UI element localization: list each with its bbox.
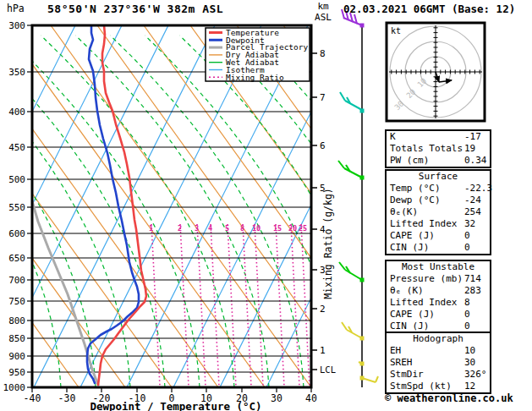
- stat-label: EH: [390, 345, 401, 356]
- wind-barb: [339, 262, 365, 282]
- wind-barb: [359, 362, 365, 366]
- stat-value: 0: [464, 230, 470, 242]
- wind-barb: [340, 92, 365, 113]
- wind-barb: [338, 161, 365, 180]
- stat-value: 326°: [464, 369, 487, 381]
- svg-text:800: 800: [8, 315, 25, 326]
- stat-value: -24: [464, 195, 481, 206]
- altitude-unit-km: km: [310, 1, 337, 12]
- most-unstable-box-title: Most Unstable: [387, 261, 490, 273]
- table-row: CIN (J)0: [387, 242, 490, 254]
- svg-text:600: 600: [8, 228, 25, 239]
- stat-label: Temp (°C): [390, 183, 441, 194]
- svg-text:1: 1: [149, 224, 153, 233]
- stat-value: 32: [464, 218, 475, 230]
- svg-text:400: 400: [8, 107, 25, 118]
- svg-text:900: 900: [8, 351, 25, 362]
- stat-value: 30: [464, 357, 475, 369]
- stat-value: 12: [464, 381, 475, 392]
- svg-text:-40: -40: [24, 392, 41, 404]
- stat-value: 10: [464, 345, 475, 357]
- stat-label: CIN (J): [390, 321, 429, 332]
- svg-text:5: 5: [225, 224, 229, 233]
- svg-text:550: 550: [8, 202, 25, 213]
- svg-text:6: 6: [320, 140, 326, 151]
- table-row: K-17: [387, 131, 490, 143]
- stat-label: SREH: [390, 357, 413, 368]
- mixing-ratio-labels: 12345810152025Mixing Ratio (g/kg): [149, 188, 334, 299]
- svg-text:40: 40: [305, 392, 317, 404]
- stat-value: -17: [464, 131, 481, 143]
- hodograph-plot: 102030kt: [387, 23, 485, 121]
- hodograph-stats-box: Hodograph EH10 SREH30 StmDir326° StmSpd …: [385, 332, 491, 394]
- stat-value: 0.34: [464, 155, 487, 167]
- svg-text:950: 950: [8, 367, 25, 378]
- svg-text:25: 25: [299, 224, 307, 233]
- svg-text:750: 750: [8, 296, 25, 307]
- pressure-unit-label: hPa: [7, 3, 25, 14]
- table-row: Lifted Index32: [387, 218, 490, 230]
- mixing-ratio-axis-label: Mixing Ratio (g/kg): [322, 188, 334, 299]
- svg-text:1: 1: [320, 345, 326, 356]
- stat-value: -22.3: [464, 183, 492, 195]
- svg-text:4: 4: [208, 224, 212, 233]
- svg-text:-30: -30: [58, 392, 76, 404]
- surface-box-title: Surface: [387, 171, 490, 183]
- table-row: PW (cm)0.34: [387, 155, 490, 167]
- table-row: EH10: [387, 345, 490, 357]
- stat-label: Lifted Index: [390, 218, 457, 229]
- svg-text:20: 20: [288, 224, 297, 233]
- table-row: θₑ (K)283: [387, 285, 490, 297]
- table-row: Totals Totals19: [387, 143, 490, 155]
- svg-text:1000: 1000: [3, 382, 26, 393]
- temperature-axis: -40-30-20-10010203040Dewpoint / Temperat…: [24, 388, 317, 411]
- stat-label: CIN (J): [390, 242, 429, 253]
- svg-text:15: 15: [273, 224, 282, 233]
- pressure-axis: 3003504004505005506006507007508008509009…: [3, 20, 33, 393]
- temperature-curve: [98, 25, 146, 385]
- table-row: Temp (°C)-22.3: [387, 183, 490, 195]
- svg-text:450: 450: [8, 142, 25, 153]
- svg-text:850: 850: [8, 333, 25, 344]
- stat-value: 254: [464, 206, 481, 218]
- svg-text:10: 10: [252, 224, 261, 233]
- stat-value: 0: [464, 309, 470, 321]
- wind-barb-column: [338, 9, 378, 387]
- altitude-axis-unit: km ASL: [310, 1, 337, 23]
- svg-text:30: 30: [271, 392, 282, 404]
- most-unstable-box: Most Unstable Pressure (mb)714 θₑ (K)283…: [385, 260, 491, 334]
- stat-label: StmDir: [390, 369, 424, 380]
- svg-text:500: 500: [8, 174, 25, 185]
- table-row: StmSpd (kt)12: [387, 381, 490, 392]
- svg-text:2: 2: [178, 224, 182, 233]
- svg-text:3: 3: [195, 224, 199, 233]
- svg-text:350: 350: [8, 67, 25, 78]
- legend-item-label: Mixing Ratio: [226, 73, 284, 82]
- table-row: CAPE (J)0: [387, 230, 490, 242]
- surface-box: Surface Temp (°C)-22.3 Dewp (°C)-24 θₑ(K…: [385, 169, 491, 255]
- svg-text:300: 300: [8, 20, 25, 31]
- station-title: 58°50'N 237°36'W 382m ASL: [47, 3, 223, 15]
- skewt-sounding-page: 3003504004505005506006507007508008509009…: [0, 0, 532, 411]
- table-row: θₑ(K)254: [387, 206, 490, 218]
- table-row: SREH30: [387, 357, 490, 369]
- legend-box: TemperatureDewpointParcel TrajectoryDry …: [206, 28, 310, 82]
- stat-label: Totals Totals: [390, 143, 463, 154]
- stat-label: Lifted Index: [390, 297, 457, 308]
- table-row: CAPE (J)0: [387, 309, 490, 321]
- stat-value: 19: [464, 143, 475, 155]
- hodograph-box-title: Hodograph: [387, 333, 490, 345]
- table-row: Dewp (°C)-24: [387, 195, 490, 206]
- hodograph-unit-label: kt: [391, 26, 401, 36]
- table-row: StmDir326°: [387, 369, 490, 381]
- run-datetime: 02.03.2021 06GMT (Base: 12): [343, 3, 515, 15]
- svg-text:Dewpoint / Temperature (°C): Dewpoint / Temperature (°C): [90, 400, 261, 411]
- table-row: Lifted Index8: [387, 297, 490, 309]
- table-row: CIN (J)0: [387, 321, 490, 332]
- stat-value: 714: [464, 273, 481, 285]
- stat-label: CAPE (J): [390, 230, 435, 241]
- svg-text:650: 650: [8, 253, 25, 264]
- stat-label: Pressure (mb): [390, 273, 463, 284]
- svg-text:8: 8: [320, 48, 326, 59]
- svg-text:700: 700: [8, 275, 25, 286]
